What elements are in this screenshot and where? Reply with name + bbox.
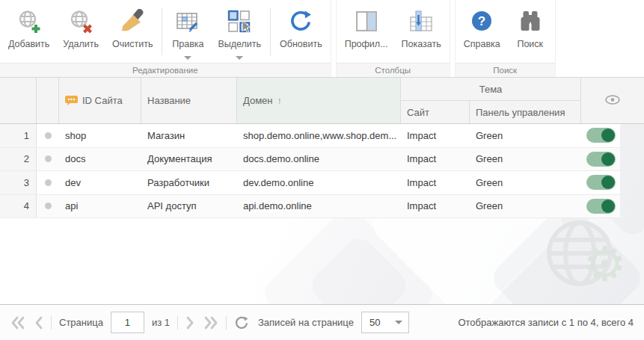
refresh-button-label: Обновить	[280, 39, 322, 49]
row-number: 1	[0, 124, 37, 147]
theme-site-header-label: Сайт	[407, 107, 429, 118]
site-id-header-label: ID Сайта	[82, 95, 123, 106]
row-number: 3	[0, 171, 37, 194]
toggle-knob	[601, 152, 615, 166]
theme-panel-column-header[interactable]: Панель управления	[470, 101, 580, 123]
theme-site-cell: Impact	[401, 148, 470, 171]
select-dropdown-caret-icon[interactable]	[236, 56, 243, 60]
site-id-cell: shop	[59, 124, 141, 147]
per-page-select[interactable]: 50	[361, 312, 409, 333]
pager-refresh-button[interactable]	[234, 315, 249, 330]
first-page-button[interactable]	[10, 316, 25, 330]
last-page-button[interactable]	[203, 316, 218, 330]
theme-site-column-header[interactable]: Сайт	[401, 101, 470, 123]
select-checkboxes-icon	[227, 7, 252, 36]
delete-button[interactable]: Удалить	[56, 4, 105, 63]
clear-button[interactable]: Очистить	[105, 4, 159, 63]
sites-table: ID Сайта Название Домен ↑ Тема Сайт Пане…	[0, 77, 644, 218]
site-active-toggle[interactable]	[586, 199, 616, 214]
page-of-label: из 1	[152, 317, 170, 328]
edit-button[interactable]: Правка	[165, 4, 211, 63]
edit-dropdown-caret-icon[interactable]	[184, 56, 191, 60]
toolbar-group-columns-label: Столбцы	[337, 63, 450, 77]
toolbar-group-editing-buttons: Добавить Удалить	[0, 0, 331, 63]
domain-column-header-sorted[interactable]: Домен ↑	[237, 78, 401, 123]
site-active-toggle[interactable]	[586, 152, 616, 167]
row-number: 2	[0, 148, 37, 171]
toolbar-group-search-label: Поиск	[456, 63, 555, 77]
row-status-dot	[37, 124, 59, 147]
chevron-down-icon	[395, 321, 402, 324]
page-label: Страница	[59, 317, 103, 328]
name-header-label: Название	[147, 95, 191, 106]
show-column-button[interactable]: Показать	[395, 4, 448, 63]
visibility-cell	[581, 171, 620, 194]
search-button[interactable]: Поиск	[507, 4, 553, 63]
table-row[interactable]: 2 docs Документация docs.demo.online Imp…	[0, 148, 620, 172]
theme-panel-cell: Green	[470, 148, 581, 171]
search-button-label: Поиск	[517, 39, 543, 49]
row-number-column-header	[0, 78, 37, 123]
theme-panel-cell: Green	[470, 124, 581, 147]
table-row[interactable]: 1 shop Магазин shop.demo.online,www.shop…	[0, 124, 620, 148]
theme-group-label: Тема	[401, 78, 580, 101]
table-row[interactable]: 4 api API доступ api.demo.online Impact …	[0, 195, 620, 219]
ribbon-toolbar: Добавить Удалить	[0, 0, 644, 77]
theme-subheaders: Сайт Панель управления	[401, 101, 580, 123]
profile-columns-icon	[354, 7, 379, 36]
site-name-cell: Документация	[141, 148, 237, 171]
clear-button-label: Очистить	[112, 39, 153, 49]
gear-watermark-icon: ⚙	[583, 240, 626, 288]
toolbar-group-editing-label: Редактирование	[0, 63, 331, 77]
profiles-button-label: Профил...	[345, 39, 388, 49]
select-button[interactable]: Выделить	[211, 4, 268, 63]
site-active-toggle[interactable]	[586, 175, 616, 190]
table-row[interactable]: 3 dev Разработчики dev.demo.online Impac…	[0, 171, 620, 195]
visibility-cell	[581, 195, 620, 218]
toggle-knob	[601, 200, 615, 213]
profiles-button[interactable]: Профил...	[338, 4, 395, 63]
visibility-cell	[581, 124, 620, 147]
page-number-input[interactable]	[111, 312, 144, 333]
site-active-toggle[interactable]	[586, 128, 616, 143]
delete-button-label: Удалить	[63, 39, 99, 49]
help-button[interactable]: ? Справка	[457, 4, 507, 63]
name-column-header[interactable]: Название	[141, 78, 237, 123]
theme-site-cell: Impact	[401, 195, 470, 218]
row-status-dot	[37, 195, 59, 218]
add-button[interactable]: Добавить	[1, 4, 56, 63]
binoculars-icon	[518, 7, 543, 36]
row-number: 4	[0, 195, 37, 218]
theme-panel-header-label: Панель управления	[476, 107, 565, 118]
footer-separator	[177, 316, 178, 330]
refresh-icon	[288, 7, 313, 36]
dot-icon	[45, 132, 52, 139]
sites-admin-window: Добавить Удалить	[0, 0, 644, 340]
visibility-cell	[581, 148, 620, 171]
theme-panel-cell: Green	[470, 171, 581, 194]
prev-page-button[interactable]	[34, 316, 43, 330]
add-button-label: Добавить	[8, 39, 49, 49]
row-status-dot	[37, 171, 59, 194]
edit-table-icon	[175, 7, 200, 36]
eye-icon	[604, 94, 621, 108]
theme-column-group-header: Тема Сайт Панель управления	[401, 78, 581, 123]
site-id-cell: api	[59, 195, 141, 218]
visibility-column-header[interactable]	[581, 78, 644, 123]
refresh-button[interactable]: Обновить	[273, 4, 329, 63]
status-dot-column-header	[37, 78, 59, 123]
toolbar-separator	[270, 7, 271, 55]
help-icon: ?	[469, 7, 494, 36]
comment-bubble-icon	[65, 95, 78, 106]
sort-ascending-icon: ↑	[277, 95, 283, 106]
domain-header-label: Домен	[243, 95, 273, 106]
brush-icon	[120, 7, 145, 36]
site-id-cell: docs	[59, 148, 141, 171]
site-domain-cell: dev.demo.online	[237, 171, 401, 194]
globe-delete-icon	[68, 7, 93, 36]
site-domain-cell: docs.demo.online	[237, 148, 401, 171]
next-page-button[interactable]	[185, 316, 194, 330]
site-id-column-header[interactable]: ID Сайта	[59, 78, 141, 123]
toggle-knob	[601, 176, 615, 189]
site-name-cell: Разработчики	[141, 171, 237, 194]
